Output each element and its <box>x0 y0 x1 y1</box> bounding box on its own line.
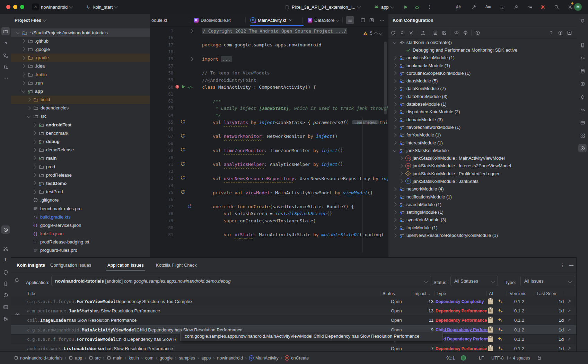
chevron-down-icon[interactable] <box>27 114 30 118</box>
open-external-icon[interactable]: ↗ <box>567 306 571 316</box>
koin-tree-item[interactable]: mjankStatsKoinModule : Interests2PaneVie… <box>388 162 577 170</box>
chevron-right-icon[interactable] <box>393 210 396 214</box>
report-button[interactable] <box>431 28 440 37</box>
close-tab-icon[interactable]: × <box>289 18 292 23</box>
tree-item[interactable]: { }google-services.json <box>11 221 150 229</box>
tool-measure[interactable]: T <box>1 255 10 264</box>
bottom-panel-minimize-button[interactable]: — <box>569 258 573 273</box>
build-button[interactable] <box>471 3 477 11</box>
chevron-right-icon[interactable] <box>21 39 25 43</box>
gutter[interactable] <box>174 126 201 133</box>
koin-tree-item[interactable]: interestModule (1) <box>388 139 577 147</box>
gutter[interactable] <box>174 77 201 83</box>
status-filter-dropdown[interactable]: All Statuses <box>450 276 498 286</box>
chevron-right-icon[interactable] <box>393 203 396 206</box>
gutter[interactable] <box>174 210 201 217</box>
editor-tab[interactable]: KDataStore <box>308 14 338 26</box>
chevron-right-icon[interactable] <box>32 156 36 160</box>
koin-tree-item[interactable]: syncKoinModule (3) <box>388 216 577 224</box>
gutter[interactable] <box>174 63 201 70</box>
gutter[interactable] <box>174 98 201 105</box>
tree-item[interactable]: build.gradle.kts <box>11 213 150 221</box>
close-button[interactable] <box>406 28 415 37</box>
ai-sparkles-icon[interactable] <box>498 306 503 316</box>
sync-status-icon[interactable] <box>461 355 466 361</box>
type-filter-dropdown[interactable]: All Issues <box>520 276 575 286</box>
open-external-icon[interactable]: ↗ <box>567 325 571 335</box>
tree-item[interactable]: dependencies <box>11 104 150 112</box>
search-everywhere-button[interactable] <box>554 3 559 11</box>
tree-item[interactable]: build <box>11 96 150 104</box>
indent-widget[interactable]: 4 spaces <box>507 356 530 361</box>
chevron-right-icon[interactable] <box>393 226 396 230</box>
tool-problems[interactable] <box>1 291 10 299</box>
gutter[interactable] <box>174 147 201 154</box>
help-button[interactable]: ? <box>547 28 556 37</box>
chevron-right-icon[interactable] <box>27 98 30 101</box>
chevron-down-icon[interactable] <box>393 40 396 44</box>
chevron-right-icon[interactable] <box>32 173 36 177</box>
tool-scissors[interactable] <box>1 244 10 252</box>
chevron-right-icon[interactable] <box>21 64 25 68</box>
chevron-right-icon[interactable] <box>27 106 30 110</box>
issue-type[interactable]: Dependency Complexity <box>436 297 484 306</box>
ai-assistant-button[interactable]: @ <box>456 3 461 11</box>
device-selector[interactable]: Pixel_3a_API_34_extension_l... <box>284 3 360 11</box>
koin-tree-item[interactable]: dataKoinModule (7) <box>388 85 577 92</box>
koin-tree-item[interactable]: topicModule (1) <box>388 224 577 231</box>
chevron-right-icon[interactable] <box>393 218 396 222</box>
chevron-right-icon[interactable] <box>399 164 403 168</box>
koin-tree-item[interactable]: domainModule (3) <box>388 116 577 123</box>
koin-tree-item[interactable]: searchModule (1) <box>388 201 577 208</box>
list-view-button[interactable] <box>346 16 354 24</box>
chevron-right-icon[interactable] <box>21 72 25 76</box>
ai-report-icon[interactable] <box>488 325 493 335</box>
koin-tree-item[interactable]: userNewsResourceRepositoryKoinModule (1) <box>388 231 577 239</box>
ai-sparkles-icon[interactable] <box>498 335 503 344</box>
tool-device-manager[interactable] <box>578 41 587 49</box>
tool-emulator[interactable] <box>578 80 587 88</box>
gutter[interactable] <box>174 48 201 55</box>
tool-project-folder[interactable] <box>1 27 10 35</box>
issue-type[interactable]: Child Dependency Perform <box>436 325 489 335</box>
chevron-right-icon[interactable] <box>399 156 403 160</box>
chevron-down-icon[interactable] <box>16 30 19 34</box>
issue-row[interactable]: coil.ImageLoader has Slow Resolution Per… <box>11 316 576 325</box>
breadcrumb-item[interactable]: monCreate <box>285 356 309 361</box>
chevron-right-icon[interactable] <box>393 133 396 137</box>
ai-report-icon[interactable] <box>488 316 493 325</box>
tree-item[interactable]: demoRelease <box>11 146 150 154</box>
koin-tree-item[interactable]: dataStoreModule (3) <box>388 92 577 100</box>
tool-more[interactable] <box>1 74 10 82</box>
tree-item[interactable]: ~/StudioProjects/nowinandroid-tutorials <box>11 28 150 37</box>
tree-item[interactable]: .idea <box>11 62 150 70</box>
chevron-down-icon[interactable] <box>43 18 47 21</box>
ai-report-icon[interactable] <box>488 297 493 306</box>
gutter[interactable] <box>174 217 201 224</box>
gutter[interactable] <box>174 119 201 126</box>
tree-item[interactable]: debug <box>11 137 150 145</box>
editor-tab[interactable]: KDaosModule.kt <box>194 14 247 26</box>
editor-tab[interactable]: odule.kt <box>151 14 188 26</box>
column-header[interactable]: Status <box>383 291 395 296</box>
koin-tree-item[interactable]: cjankStatsKoinModule : ProfileVerifierLo… <box>388 170 577 177</box>
tool-notifications[interactable] <box>578 17 587 25</box>
tool-settings-button[interactable] <box>461 28 470 37</box>
inspect-code-button[interactable]: A⌗ <box>485 3 491 11</box>
gutter[interactable] <box>174 140 201 147</box>
refresh-issues-button[interactable] <box>14 277 19 284</box>
chevron-right-icon[interactable] <box>393 102 396 106</box>
chevron-right-icon[interactable] <box>393 87 396 90</box>
add-button[interactable] <box>556 28 565 37</box>
tree-item[interactable]: src <box>11 112 150 121</box>
breadcrumb-item[interactable]: nowinandroid <box>217 356 243 361</box>
breadcrumb-item[interactable]: app <box>69 356 82 361</box>
column-header[interactable]: AI <box>489 291 493 296</box>
chevron-right-icon[interactable] <box>393 233 396 237</box>
gutter[interactable] <box>174 34 201 41</box>
koin-tree-item[interactable]: notificationsModule (1) <box>388 193 577 201</box>
gutter[interactable] <box>174 224 201 231</box>
tree-item[interactable]: proguard-rules.pro <box>11 246 150 255</box>
code-editor[interactable]: 1 / Copyright 2022 The Android Open Sour… <box>150 27 388 257</box>
column-header[interactable]: Versions <box>510 291 526 296</box>
